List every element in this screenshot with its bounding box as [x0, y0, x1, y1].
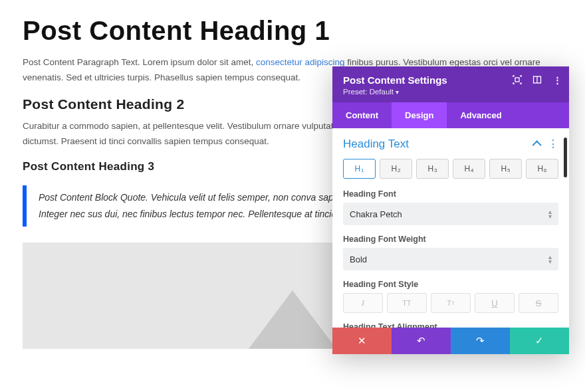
h-label: H [537, 164, 543, 173]
undo-icon: ↶ [417, 335, 425, 347]
h-sub: 3 [434, 167, 437, 173]
heading-weight-label: Heading Font Weight [343, 235, 558, 244]
caret-down-icon [394, 88, 399, 96]
heading-h5-button[interactable]: H5 [489, 159, 522, 179]
save-button[interactable]: ✓ [510, 328, 569, 354]
tab-design[interactable]: Design [392, 102, 447, 128]
close-icon: ✕ [358, 335, 366, 347]
panel-body: Heading Text ⋮ H1 H2 H3 H4 H5 H6 Heading… [332, 128, 569, 328]
heading-h3-button[interactable]: H3 [416, 159, 449, 179]
settings-panel: Post Content Settings Preset: Default ⋮ … [332, 66, 569, 354]
heading-weight-value: Bold [350, 254, 367, 264]
heading-h1-button[interactable]: H1 [343, 159, 376, 179]
cancel-button[interactable]: ✕ [332, 328, 392, 354]
section-heading-text[interactable]: Heading Text [343, 138, 409, 151]
columns-icon[interactable] [532, 74, 542, 85]
select-updown-icon: ▴▾ [548, 209, 552, 219]
preset-dropdown[interactable]: Preset: Default [343, 88, 558, 96]
heading-font-value: Chakra Petch [350, 209, 402, 219]
h-sub: 1 [361, 167, 364, 173]
panel-header[interactable]: Post Content Settings Preset: Default ⋮ [332, 66, 569, 102]
svg-rect-1 [515, 78, 519, 82]
smallcaps-button[interactable]: TT [431, 293, 471, 313]
section-more-icon[interactable]: ⋮ [548, 139, 558, 149]
panel-footer: ✕ ↶ ↷ ✓ [332, 328, 569, 354]
heading-level-buttons: H1 H2 H3 H4 H5 H6 [343, 159, 558, 179]
expand-icon[interactable] [512, 74, 523, 85]
h-label: H [354, 164, 360, 173]
heading-weight-select[interactable]: Bold ▴▾ [343, 248, 558, 270]
p1-text-before: Post Content Paragraph Text. Lorem ipsum… [23, 57, 256, 67]
heading-font-label: Heading Font [343, 189, 558, 199]
underline-button[interactable]: U [475, 293, 515, 313]
more-icon[interactable]: ⋮ [552, 74, 562, 85]
p1-link[interactable]: consectetur adipiscing [256, 57, 345, 67]
heading-h6-button[interactable]: H6 [526, 159, 558, 179]
uppercase-button[interactable]: TT [387, 293, 427, 313]
heading-h4-button[interactable]: H4 [453, 159, 485, 179]
panel-tabs: Content Design Advanced [332, 102, 569, 128]
heading-h2-button[interactable]: H2 [380, 159, 412, 179]
h-sub: 6 [544, 167, 546, 173]
h-sub: 2 [398, 167, 400, 173]
h-sub: 5 [507, 167, 510, 173]
h-label: H [464, 164, 470, 173]
strikethrough-button[interactable]: S [519, 293, 558, 313]
tab-content[interactable]: Content [332, 102, 392, 128]
h-label: H [501, 164, 507, 173]
heading-style-label: Heading Font Style [343, 280, 558, 289]
redo-icon: ↷ [476, 335, 485, 347]
preset-label: Preset: Default [343, 88, 394, 96]
italic-button[interactable]: I [343, 293, 383, 313]
select-updown-icon: ▴▾ [548, 254, 552, 264]
post-heading-1: Post Content Heading 1 [23, 16, 562, 46]
tab-advanced[interactable]: Advanced [447, 102, 515, 128]
undo-button[interactable]: ↶ [392, 328, 451, 354]
heading-align-label: Heading Text Alignment [343, 322, 558, 328]
h-label: H [391, 164, 397, 173]
scrollbar-thumb[interactable] [564, 138, 567, 177]
h-sub: 4 [471, 167, 473, 173]
h-label: H [427, 164, 433, 173]
heading-font-select[interactable]: Chakra Petch ▴▾ [343, 203, 558, 225]
chevron-up-icon[interactable] [532, 140, 542, 149]
font-style-buttons: I TT TT U S [343, 293, 558, 313]
redo-button[interactable]: ↷ [451, 328, 510, 354]
check-icon: ✓ [535, 335, 544, 347]
